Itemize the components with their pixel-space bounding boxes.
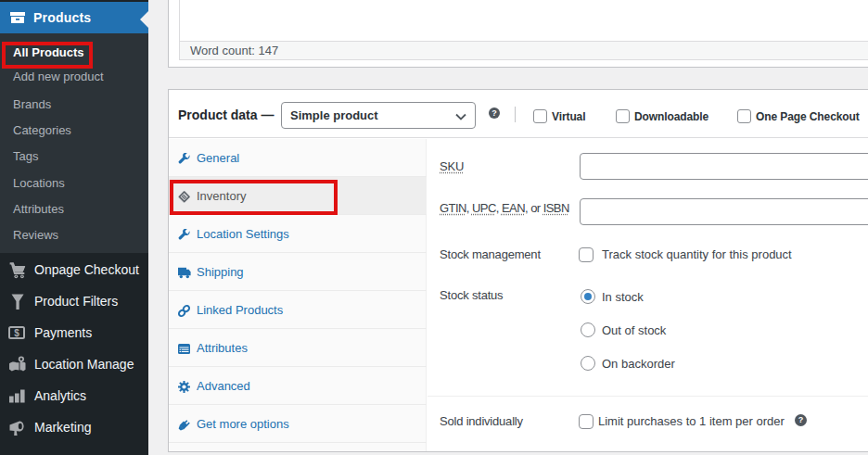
svg-text:$: $ (14, 328, 19, 338)
